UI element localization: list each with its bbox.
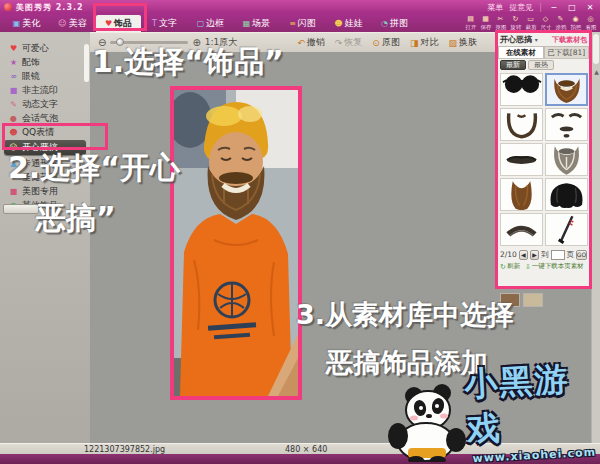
download-pack-link[interactable]: 下载素材包: [552, 35, 587, 45]
partial-thumbnail[interactable]: [523, 293, 543, 307]
tab-场景[interactable]: ▦场景: [234, 15, 279, 32]
main-tabs: ▣美化☺美容♥饰品T文字▢边框▦场景≡闪图☻娃娃◔拼图: [4, 15, 418, 32]
tab-娃娃[interactable]: ☻娃娃: [326, 15, 371, 32]
menu-button[interactable]: 菜单: [487, 2, 503, 13]
sidebar-footer-button[interactable]: [3, 204, 39, 214]
sidebar-item-非主流印[interactable]: ■非主流印: [0, 84, 90, 97]
sidebar-item-可爱心[interactable]: ♥可爱心: [0, 42, 90, 55]
maximize-button[interactable]: □: [566, 3, 578, 12]
annotation-step3-line1: 3.从素材库中选择: [296, 297, 514, 333]
material-thumb-grey-beard[interactable]: [545, 143, 588, 176]
funny-face-icon: ☺: [9, 143, 18, 152]
action-label: 换肤: [459, 36, 477, 49]
filter-最热[interactable]: 最热: [528, 60, 554, 70]
material-thumb-full-beard[interactable]: [545, 73, 588, 106]
保存-button[interactable]: ▦保存: [478, 16, 493, 30]
resize-icon: ◇: [543, 16, 548, 23]
旋转-button[interactable]: ↻旋转: [508, 16, 523, 30]
撤销-button[interactable]: ↶撤销: [297, 36, 325, 49]
app-title: 美图秀秀 2.3.2: [16, 2, 84, 13]
看图-button[interactable]: ◎看图: [583, 16, 598, 30]
open-folder-icon: ▤: [467, 16, 474, 23]
sidebar-item-圣诞节日[interactable]: ♦圣诞节日: [0, 171, 90, 184]
filter-最新[interactable]: 最新: [500, 60, 526, 70]
sidebar-item-label: 圣诞节日: [22, 171, 58, 184]
category-list: ♥可爱心★配饰∞眼镜■非主流印✎动态文字●会话气泡☻QQ表情☺开心恶搞▲卡通形象…: [0, 42, 90, 213]
tab-文字[interactable]: T文字: [142, 15, 187, 32]
sparkle-icon: ≡: [289, 20, 296, 28]
glasses-icon: ∞: [9, 72, 18, 81]
sidebar-item-QQ表情[interactable]: ☻QQ表情: [0, 126, 90, 139]
tab-label: 边框: [206, 17, 224, 30]
material-thumb-chinstrap-beard[interactable]: [500, 108, 543, 141]
sword-icon: [546, 214, 587, 246]
tab-闪图[interactable]: ≡闪图: [280, 15, 325, 32]
minimize-button[interactable]: ─: [548, 3, 560, 12]
尺寸-button[interactable]: ◇尺寸: [538, 16, 553, 30]
原图-button[interactable]: ⊙原图: [372, 36, 400, 49]
换肤-button[interactable]: ▨换肤: [448, 36, 477, 49]
panel-link-一键下载本页素材[interactable]: ⇩一键下载本页素材: [525, 262, 584, 271]
next-row-thumbnails: [500, 293, 586, 307]
panel-scrollbar-thumb[interactable]: [593, 34, 599, 64]
panel-tab-downloaded[interactable]: 已下载[81]: [544, 46, 590, 58]
material-thumb-black-wig[interactable]: [545, 178, 588, 211]
heart-icon: ♥: [9, 44, 18, 53]
tab-边框[interactable]: ▢边框: [188, 15, 233, 32]
close-button[interactable]: ✕: [584, 3, 596, 12]
material-thumb-mustache[interactable]: [500, 143, 543, 176]
redo-icon: ↷: [335, 38, 343, 48]
frame-icon: ▢: [197, 20, 205, 28]
next-page-button[interactable]: ▶: [530, 250, 539, 260]
zoom-slider-knob[interactable]: [116, 38, 124, 46]
sidebar-item-label: QQ表情: [22, 126, 54, 139]
partial-thumbnail[interactable]: [500, 293, 520, 307]
sidebar-item-会话气泡[interactable]: ●会话气泡: [0, 112, 90, 125]
sidebar-item-美图专用[interactable]: ■美图专用: [0, 185, 90, 198]
裁剪-button[interactable]: ▭裁剪: [523, 16, 538, 30]
photo-canvas[interactable]: [170, 86, 302, 400]
sidebar-item-卡通形象[interactable]: ▲卡通形象: [0, 157, 90, 170]
抠图-button[interactable]: ✂抠图: [493, 16, 508, 30]
chevron-down-icon: ▾: [535, 36, 538, 43]
tool-label: 尺寸: [540, 23, 551, 29]
sidebar-scrollbar[interactable]: [84, 44, 89, 82]
material-grid: [498, 71, 589, 248]
material-thumb-sunglasses[interactable]: [500, 73, 543, 106]
material-thumb-sword[interactable]: [545, 213, 588, 246]
tab-拼图[interactable]: ◔拼图: [372, 15, 417, 32]
go-button[interactable]: GO: [576, 250, 587, 260]
sidebar-item-动态文字[interactable]: ✎动态文字: [0, 98, 90, 111]
sidebar-item-配饰[interactable]: ★配饰: [0, 56, 90, 69]
拍照-button[interactable]: ◉拍照: [568, 16, 583, 30]
tab-label: 美化: [22, 17, 40, 30]
sidebar-item-眼镜[interactable]: ∞眼镜: [0, 70, 90, 83]
wand-icon: ▣: [13, 20, 21, 28]
tab-饰品[interactable]: ♥饰品: [96, 15, 141, 32]
zoom-slider[interactable]: [110, 41, 188, 44]
panel-tab-online[interactable]: 在线素材: [498, 46, 544, 58]
tool-label: 看图: [585, 23, 596, 29]
prev-page-button[interactable]: ◀: [519, 250, 528, 260]
sidebar-item-开心恶搞[interactable]: ☺开心恶搞: [4, 140, 86, 155]
panel-link-刷新[interactable]: ↻刷新: [500, 262, 520, 271]
feedback-button[interactable]: 提意见: [509, 2, 533, 13]
category-dropdown[interactable]: 开心恶搞 ▾: [500, 34, 538, 45]
zoom-out-icon[interactable]: ⊖: [98, 37, 106, 48]
对比-button[interactable]: ◨对比: [410, 36, 439, 49]
cartoon-icon: ▲: [9, 159, 18, 168]
material-thumb-long-beard[interactable]: [500, 178, 543, 211]
material-thumb-brow-arc[interactable]: [500, 213, 543, 246]
goto-page-input[interactable]: [551, 250, 565, 260]
涂鸦-button[interactable]: ✎涂鸦: [553, 16, 568, 30]
goto-prefix: 到: [541, 250, 549, 260]
tab-美化[interactable]: ▣美化: [4, 15, 49, 32]
panel-footer-links: ↻刷新⇩一键下载本页素材: [498, 261, 589, 272]
tab-美容[interactable]: ☺美容: [50, 15, 95, 32]
mustache-icon: [501, 144, 542, 176]
actual-size-button[interactable]: 1:1原大: [205, 36, 237, 49]
material-thumb-brows-and-mustache[interactable]: [545, 108, 588, 141]
zoom-in-icon[interactable]: ⊕: [192, 37, 200, 48]
打开-button[interactable]: ▤打开: [463, 16, 478, 30]
sunglasses-icon: [501, 74, 542, 106]
